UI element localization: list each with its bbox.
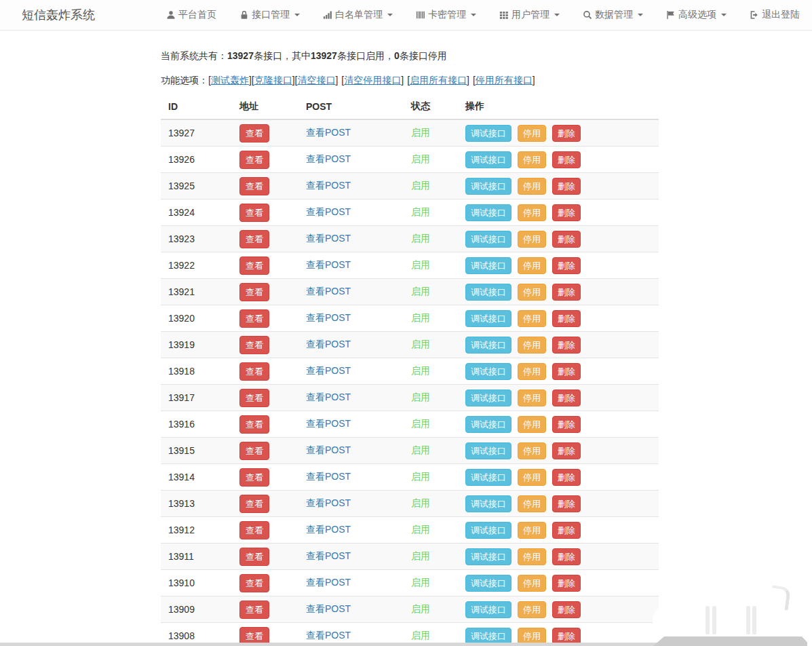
view-address-button[interactable]: 查看 xyxy=(239,124,269,142)
delete-button[interactable]: 删除 xyxy=(552,151,581,168)
view-address-button[interactable]: 查看 xyxy=(239,548,269,566)
disable-button[interactable]: 停用 xyxy=(518,442,546,459)
nav-item-data-management[interactable]: 数据管理 xyxy=(571,9,655,21)
debug-interface-button[interactable]: 调试接口 xyxy=(465,548,511,565)
disable-button[interactable]: 停用 xyxy=(518,628,546,645)
view-post-link[interactable]: 查看POST xyxy=(306,365,351,376)
view-post-link[interactable]: 查看POST xyxy=(306,603,351,614)
view-post-link[interactable]: 查看POST xyxy=(306,418,351,429)
view-address-button[interactable]: 查看 xyxy=(239,495,269,513)
clear-disabled-link[interactable]: 清空停用接口 xyxy=(344,75,401,86)
view-address-button[interactable]: 查看 xyxy=(239,362,269,381)
view-post-link[interactable]: 查看POST xyxy=(306,524,351,535)
view-address-button[interactable]: 查看 xyxy=(239,442,269,460)
debug-interface-button[interactable]: 调试接口 xyxy=(465,125,511,142)
nav-item-logout[interactable]: 退出登陆 xyxy=(738,9,803,21)
enable-all-link[interactable]: 启用所有接口 xyxy=(410,75,467,86)
delete-button[interactable]: 删除 xyxy=(552,416,581,433)
view-post-link[interactable]: 查看POST xyxy=(306,630,351,641)
delete-button[interactable]: 删除 xyxy=(552,284,581,301)
brand-title[interactable]: 短信轰炸系统 xyxy=(22,7,95,23)
debug-interface-button[interactable]: 调试接口 xyxy=(465,575,511,592)
test-bomb-link[interactable]: 测试轰炸 xyxy=(211,75,249,86)
debug-interface-button[interactable]: 调试接口 xyxy=(465,522,511,539)
view-address-button[interactable]: 查看 xyxy=(239,309,269,328)
view-post-link[interactable]: 查看POST xyxy=(306,550,351,561)
debug-interface-button[interactable]: 调试接口 xyxy=(465,257,511,274)
delete-button[interactable]: 删除 xyxy=(552,231,581,248)
disable-button[interactable]: 停用 xyxy=(518,575,546,592)
delete-button[interactable]: 删除 xyxy=(552,469,581,486)
disable-button[interactable]: 停用 xyxy=(518,469,546,486)
view-post-link[interactable]: 查看POST xyxy=(306,286,351,297)
view-address-button[interactable]: 查看 xyxy=(239,204,269,222)
disable-button[interactable]: 停用 xyxy=(518,363,546,380)
delete-button[interactable]: 删除 xyxy=(552,363,581,380)
view-address-button[interactable]: 查看 xyxy=(239,468,269,487)
disable-button[interactable]: 停用 xyxy=(518,416,546,433)
delete-button[interactable]: 删除 xyxy=(552,575,581,592)
clone-interface-link[interactable]: 克隆接口 xyxy=(254,75,292,86)
delete-button[interactable]: 删除 xyxy=(552,310,581,327)
delete-button[interactable]: 删除 xyxy=(552,628,581,645)
disable-button[interactable]: 停用 xyxy=(518,204,546,221)
delete-button[interactable]: 删除 xyxy=(552,390,581,406)
delete-button[interactable]: 删除 xyxy=(552,601,581,618)
view-address-button[interactable]: 查看 xyxy=(239,521,269,539)
view-address-button[interactable]: 查看 xyxy=(239,336,269,354)
disable-all-link[interactable]: 停用所有接口 xyxy=(476,75,533,86)
debug-interface-button[interactable]: 调试接口 xyxy=(465,337,511,354)
delete-button[interactable]: 删除 xyxy=(552,257,581,274)
view-address-button[interactable]: 查看 xyxy=(239,151,269,169)
nav-item-advanced-options[interactable]: 高级选项 xyxy=(655,9,738,21)
debug-interface-button[interactable]: 调试接口 xyxy=(465,416,511,433)
view-post-link[interactable]: 查看POST xyxy=(306,180,351,191)
delete-button[interactable]: 删除 xyxy=(552,178,581,195)
disable-button[interactable]: 停用 xyxy=(518,284,546,301)
view-post-link[interactable]: 查看POST xyxy=(306,312,351,323)
delete-button[interactable]: 删除 xyxy=(552,204,581,221)
debug-interface-button[interactable]: 调试接口 xyxy=(465,442,511,459)
disable-button[interactable]: 停用 xyxy=(518,257,546,274)
view-post-link[interactable]: 查看POST xyxy=(306,497,351,508)
view-address-button[interactable]: 查看 xyxy=(239,574,269,592)
nav-item-interface-management[interactable]: 接口管理 xyxy=(228,9,311,21)
view-post-link[interactable]: 查看POST xyxy=(306,577,351,588)
view-post-link[interactable]: 查看POST xyxy=(306,392,351,402)
nav-item-card-key-management[interactable]: 卡密管理 xyxy=(404,9,488,21)
debug-interface-button[interactable]: 调试接口 xyxy=(465,469,511,486)
disable-button[interactable]: 停用 xyxy=(518,548,546,565)
disable-button[interactable]: 停用 xyxy=(518,310,546,327)
debug-interface-button[interactable]: 调试接口 xyxy=(465,390,511,406)
view-post-link[interactable]: 查看POST xyxy=(306,206,351,217)
view-address-button[interactable]: 查看 xyxy=(239,177,269,195)
debug-interface-button[interactable]: 调试接口 xyxy=(465,204,511,221)
nav-item-whitelist-management[interactable]: 白名单管理 xyxy=(311,9,404,21)
view-address-button[interactable]: 查看 xyxy=(239,256,269,275)
clear-interface-link[interactable]: 清空接口 xyxy=(297,75,335,86)
disable-button[interactable]: 停用 xyxy=(518,495,546,512)
view-address-button[interactable]: 查看 xyxy=(239,389,269,407)
debug-interface-button[interactable]: 调试接口 xyxy=(465,284,511,301)
disable-button[interactable]: 停用 xyxy=(518,178,546,195)
delete-button[interactable]: 删除 xyxy=(552,442,581,459)
disable-button[interactable]: 停用 xyxy=(518,522,546,539)
debug-interface-button[interactable]: 调试接口 xyxy=(465,601,511,618)
debug-interface-button[interactable]: 调试接口 xyxy=(465,495,511,512)
debug-interface-button[interactable]: 调试接口 xyxy=(465,151,511,168)
disable-button[interactable]: 停用 xyxy=(518,337,546,354)
view-address-button[interactable]: 查看 xyxy=(239,601,269,619)
view-post-link[interactable]: 查看POST xyxy=(306,233,351,244)
debug-interface-button[interactable]: 调试接口 xyxy=(465,310,511,327)
disable-button[interactable]: 停用 xyxy=(518,390,546,406)
delete-button[interactable]: 删除 xyxy=(552,337,581,354)
view-post-link[interactable]: 查看POST xyxy=(306,339,351,349)
debug-interface-button[interactable]: 调试接口 xyxy=(465,178,511,195)
debug-interface-button[interactable]: 调试接口 xyxy=(465,628,511,645)
disable-button[interactable]: 停用 xyxy=(518,125,546,142)
view-post-link[interactable]: 查看POST xyxy=(306,127,351,138)
disable-button[interactable]: 停用 xyxy=(518,151,546,168)
view-post-link[interactable]: 查看POST xyxy=(306,444,351,455)
delete-button[interactable]: 删除 xyxy=(552,548,581,565)
delete-button[interactable]: 删除 xyxy=(552,125,581,142)
